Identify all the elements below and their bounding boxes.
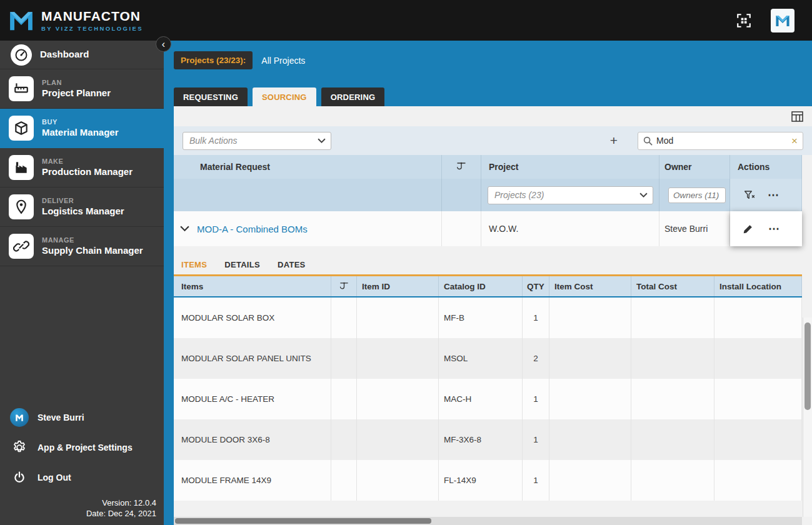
item-id [357, 419, 439, 460]
item-cost [549, 338, 631, 379]
install-location [714, 298, 802, 338]
vertical-scrollbar-thumb[interactable] [804, 322, 811, 410]
avatar [10, 408, 29, 427]
column-header-total-cost[interactable]: Total Cost [631, 276, 714, 296]
hoist-icon [331, 276, 357, 296]
column-header-owner[interactable]: Owner [659, 155, 730, 179]
column-header-actions[interactable]: Actions [730, 155, 802, 179]
install-location [714, 419, 802, 460]
column-header-install-location[interactable]: Install Location [714, 276, 802, 296]
vertical-scrollbar[interactable] [803, 318, 812, 517]
sidebar-item-label: Project Planner [42, 88, 111, 99]
qr-scan-icon[interactable] [736, 12, 752, 29]
column-header-catalog-id[interactable]: Catalog ID [439, 276, 523, 296]
clear-filter-icon[interactable] [744, 190, 755, 201]
sidebar-item-dashboard[interactable]: Dashboard [0, 41, 164, 69]
horizontal-scrollbar-thumb[interactable] [175, 518, 431, 524]
total-cost [631, 338, 714, 379]
install-location [714, 379, 802, 419]
item-row[interactable]: MODULAR SOLAR BOX MF-B 1 [174, 298, 802, 338]
tab-ordering[interactable]: ORDERING [321, 88, 385, 106]
logout-label: Log Out [38, 472, 71, 482]
project-planner-icon [9, 76, 34, 101]
request-table-header: Material Request Project Owner Actions [174, 155, 802, 179]
request-name-link[interactable]: MOD-A - Combined BOMs [197, 224, 308, 234]
power-icon [10, 471, 29, 484]
manufacton-logo-icon [8, 7, 35, 34]
app-logo-chip[interactable] [771, 9, 794, 32]
clear-search-icon[interactable]: × [791, 136, 798, 146]
sidebar-item-category: PLAN [42, 79, 111, 88]
sidebar-collapse-button[interactable]: ‹ [156, 36, 171, 52]
settings-label: App & Project Settings [38, 442, 133, 452]
tab-requesting[interactable]: REQUESTING [174, 88, 248, 106]
item-name: MODULE FRAME 14X9 [174, 460, 331, 501]
sidebar-item-project-planner[interactable]: PLAN Project Planner [0, 69, 164, 109]
item-row[interactable]: MODULE DOOR 3X6-8 MF-3X6-8 1 [174, 419, 802, 460]
logout-button[interactable]: Log Out [0, 462, 164, 492]
column-header-item-cost[interactable]: Item Cost [549, 276, 631, 296]
user-profile[interactable]: Steve Burri [0, 402, 164, 432]
search-box: × [638, 132, 803, 150]
item-id [357, 338, 439, 379]
total-cost [631, 460, 714, 501]
sidebar-item-supply-chain-manager[interactable]: MANAGE Supply Chain Manager [0, 227, 164, 266]
owners-filter-input[interactable] [668, 188, 726, 203]
column-header-item-id[interactable]: Item ID [357, 276, 439, 296]
app-date: Date: Dec 24, 2021 [0, 508, 156, 519]
version-info: Version: 12.0.4 Date: Dec 24, 2021 [0, 492, 164, 521]
search-input[interactable] [656, 136, 791, 146]
projects-selection[interactable]: All Projects [261, 56, 305, 66]
panel-top-strip [174, 106, 812, 126]
row-more-actions-icon[interactable]: ⋯ [768, 223, 780, 234]
sidebar-item-label: Production Manager [42, 166, 133, 178]
item-row[interactable]: MODULE A/C - HEATER MAC-H 1 [174, 379, 802, 419]
bulk-actions-select[interactable]: Bulk Actions [183, 132, 331, 150]
column-header-material-request[interactable]: Material Request [174, 155, 442, 179]
user-name: Steve Burri [38, 412, 84, 422]
item-row[interactable]: MODULE FRAME 14X9 FL-14X9 1 [174, 460, 802, 501]
catalog-id: MSOL [439, 338, 523, 379]
catalog-id: MAC-H [439, 379, 523, 419]
tab-dates[interactable]: DATES [278, 260, 306, 269]
catalog-id: MF-3X6-8 [439, 419, 523, 460]
sidebar-item-production-manager[interactable]: MAKE Production Manager [0, 148, 164, 188]
add-request-button[interactable]: + [606, 133, 621, 148]
install-location [714, 460, 802, 501]
items-table-header: Items Item ID Catalog ID QTY Item Cost T… [174, 276, 802, 298]
install-location [714, 338, 802, 379]
workflow-tabs: REQUESTING SOURCING ORDERING [164, 88, 812, 106]
filter-more-actions-icon[interactable]: ⋯ [768, 189, 779, 201]
settings-button[interactable]: App & Project Settings [0, 432, 164, 462]
horizontal-scrollbar[interactable] [174, 517, 802, 525]
tab-items[interactable]: ITEMS [181, 260, 207, 269]
projects-filter-select[interactable]: Projects (23) [488, 186, 653, 204]
sidebar-item-logistics-manager[interactable]: DELIVER Logistics Manager [0, 188, 164, 227]
sourcing-panel: Bulk Actions + × Material Request [174, 106, 812, 525]
item-id [357, 460, 439, 501]
request-row[interactable]: MOD-A - Combined BOMs W.O.W. Steve Burri… [174, 211, 802, 246]
dashboard-gauge-icon [11, 44, 32, 66]
total-cost [631, 419, 714, 460]
catalog-id: MF-B [439, 298, 523, 338]
column-header-items[interactable]: Items [174, 276, 331, 296]
sidebar-item-label: Supply Chain Manager [42, 245, 143, 257]
edit-pencil-icon[interactable] [743, 224, 753, 234]
request-filter-row: Projects (23) ⋯ [174, 179, 802, 211]
item-name: MODULE DOOR 3X6-8 [174, 419, 331, 460]
item-cost [549, 298, 631, 338]
production-manager-factory-icon [9, 155, 34, 180]
column-header-project[interactable]: Project [481, 155, 659, 179]
tab-details[interactable]: DETAILS [224, 260, 260, 269]
table-toolbar: Bulk Actions + × [174, 126, 812, 155]
tab-sourcing[interactable]: SOURCING [253, 88, 316, 106]
detail-tabs: ITEMS DETAILS DATES [174, 260, 802, 276]
sidebar-item-material-manager[interactable]: BUY Material Manager [0, 109, 164, 148]
row-expander-chevron-icon[interactable] [180, 226, 189, 232]
column-header-qty[interactable]: QTY [523, 276, 549, 296]
bulk-actions-label: Bulk Actions [189, 136, 238, 146]
item-row[interactable]: MODULAR SOLAR PANEL UNITS MSOL 2 [174, 338, 802, 379]
sidebar-item-label: Material Manager [42, 127, 119, 139]
projects-count-badge[interactable]: Projects (23/23): [174, 51, 253, 69]
table-layout-icon[interactable] [791, 111, 803, 122]
